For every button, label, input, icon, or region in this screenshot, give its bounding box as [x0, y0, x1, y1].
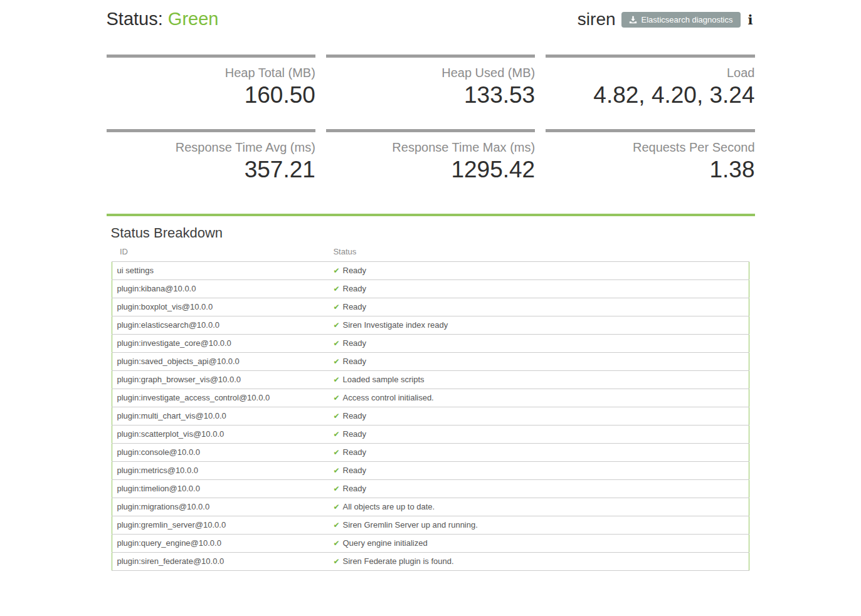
table-row: plugin:boxplot_vis@10.0.0 ✔Ready — [112, 298, 749, 316]
column-header-status: Status — [328, 245, 749, 262]
check-icon: ✔ — [333, 357, 339, 366]
table-row: plugin:scatterplot_vis@10.0.0 ✔Ready — [112, 425, 749, 443]
check-icon: ✔ — [333, 503, 339, 511]
page-title: Status: Green — [107, 9, 219, 29]
diagnostics-button-label: Elasticsearch diagnostics — [642, 16, 733, 24]
status-page: Status: Green siren Elasticsearch diagno… — [107, 0, 755, 571]
row-id: plugin:timelion@10.0.0 — [112, 479, 328, 498]
check-icon: ✔ — [333, 448, 339, 457]
metric-value: 133.53 — [326, 81, 535, 109]
table-row: plugin:kibana@10.0.0 ✔Ready — [112, 279, 749, 298]
check-icon: ✔ — [333, 412, 339, 420]
row-status: Ready — [343, 284, 367, 293]
column-header-id: ID — [112, 245, 328, 262]
metric-label: Response Time Avg (ms) — [107, 140, 315, 155]
table-row: plugin:graph_browser_vis@10.0.0 ✔Loaded … — [112, 370, 749, 389]
table-header-row: ID Status — [112, 245, 749, 262]
status-value: Green — [168, 9, 219, 29]
header-actions: siren Elasticsearch diagnostics i — [578, 11, 755, 29]
row-id: plugin:scatterplot_vis@10.0.0 — [112, 425, 328, 443]
section-divider — [107, 214, 755, 216]
row-status: Ready — [343, 411, 367, 420]
row-status: Siren Gremlin Server up and running. — [343, 520, 478, 530]
check-icon: ✔ — [333, 521, 339, 530]
table-row: plugin:elasticsearch@10.0.0 ✔Siren Inves… — [112, 316, 749, 334]
check-icon: ✔ — [333, 484, 339, 493]
table-row: plugin:timelion@10.0.0 ✔Ready — [112, 479, 749, 498]
row-status: Ready — [343, 338, 367, 348]
info-icon[interactable]: i — [746, 13, 755, 26]
row-id: plugin:metrics@10.0.0 — [112, 461, 328, 479]
row-id: plugin:elasticsearch@10.0.0 — [112, 316, 328, 334]
check-icon: ✔ — [333, 394, 339, 402]
table-row: ui settings ✔Ready — [112, 261, 749, 279]
check-icon: ✔ — [333, 430, 339, 439]
row-id: plugin:query_engine@10.0.0 — [112, 534, 328, 552]
metric-value: 1.38 — [546, 156, 754, 184]
metric-card: Heap Used (MB) 133.53 — [326, 55, 535, 109]
status-breakdown-section: Status Breakdown ID Status ui settings ✔… — [107, 225, 755, 571]
row-id: plugin:multi_chart_vis@10.0.0 — [112, 407, 328, 425]
status-table: ID Status ui settings ✔Ready plugin:kiba… — [112, 245, 749, 571]
row-status: Loaded sample scripts — [343, 375, 425, 384]
row-id: plugin:console@10.0.0 — [112, 443, 328, 461]
download-icon — [629, 16, 637, 24]
siren-logo: siren — [578, 11, 616, 28]
table-row: plugin:investigate_access_control@10.0.0… — [112, 389, 749, 407]
elasticsearch-diagnostics-button[interactable]: Elasticsearch diagnostics — [621, 12, 741, 28]
row-status: Ready — [343, 447, 367, 457]
check-icon: ✔ — [333, 539, 339, 548]
row-status: Ready — [343, 429, 367, 439]
table-row: plugin:investigate_core@10.0.0 ✔Ready — [112, 334, 749, 352]
row-id: plugin:investigate_core@10.0.0 — [112, 334, 328, 352]
metric-label: Load — [546, 65, 754, 81]
metric-card: Heap Total (MB) 160.50 — [107, 55, 315, 109]
metric-label: Requests Per Second — [546, 140, 754, 155]
metric-label: Heap Used (MB) — [326, 65, 535, 81]
metric-value: 1295.42 — [326, 156, 535, 184]
row-id: plugin:kibana@10.0.0 — [112, 279, 328, 298]
metric-card: Response Time Max (ms) 1295.42 — [326, 129, 535, 184]
row-status: Query engine initialized — [343, 538, 428, 548]
status-label: Status: — [107, 9, 163, 29]
metric-label: Heap Total (MB) — [107, 65, 315, 81]
metric-card: Load 4.82, 4.20, 3.24 — [546, 55, 754, 109]
metrics-grid: Heap Total (MB) 160.50 Heap Used (MB) 13… — [107, 55, 755, 184]
table-row: plugin:saved_objects_api@10.0.0 ✔Ready — [112, 352, 749, 370]
row-status: Ready — [343, 466, 367, 475]
row-id: plugin:investigate_access_control@10.0.0 — [112, 389, 328, 407]
row-id: ui settings — [112, 261, 328, 279]
row-id: plugin:siren_federate@10.0.0 — [112, 552, 328, 570]
row-id: plugin:saved_objects_api@10.0.0 — [112, 352, 328, 370]
table-row: plugin:multi_chart_vis@10.0.0 ✔Ready — [112, 407, 749, 425]
metric-card: Response Time Avg (ms) 357.21 — [107, 129, 315, 184]
row-id: plugin:gremlin_server@10.0.0 — [112, 516, 328, 534]
table-row: plugin:migrations@10.0.0 ✔All objects ar… — [112, 498, 749, 516]
check-icon: ✔ — [333, 557, 339, 566]
table-row: plugin:query_engine@10.0.0 ✔Query engine… — [112, 534, 749, 552]
row-id: plugin:migrations@10.0.0 — [112, 498, 328, 516]
table-row: plugin:console@10.0.0 ✔Ready — [112, 443, 749, 461]
row-status: Ready — [343, 357, 367, 366]
check-icon: ✔ — [333, 303, 339, 311]
status-table-body: ui settings ✔Ready plugin:kibana@10.0.0 … — [112, 261, 749, 570]
check-icon: ✔ — [333, 466, 339, 475]
metric-label: Response Time Max (ms) — [326, 140, 535, 155]
metric-value: 160.50 — [107, 81, 315, 109]
table-row: plugin:siren_federate@10.0.0 ✔Siren Fede… — [112, 552, 749, 570]
row-status: All objects are up to date. — [343, 502, 435, 511]
page-header: Status: Green siren Elasticsearch diagno… — [107, 9, 755, 29]
table-row: plugin:metrics@10.0.0 ✔Ready — [112, 461, 749, 479]
metric-value: 357.21 — [107, 156, 315, 184]
row-status: Ready — [343, 266, 367, 275]
check-icon: ✔ — [333, 339, 339, 348]
check-icon: ✔ — [333, 321, 339, 330]
check-icon: ✔ — [333, 266, 339, 275]
row-id: plugin:graph_browser_vis@10.0.0 — [112, 370, 328, 389]
row-id: plugin:boxplot_vis@10.0.0 — [112, 298, 328, 316]
metric-value: 4.82, 4.20, 3.24 — [546, 81, 754, 109]
metric-card: Requests Per Second 1.38 — [546, 129, 754, 184]
row-status: Ready — [343, 484, 367, 493]
table-row: plugin:gremlin_server@10.0.0 ✔Siren Grem… — [112, 516, 749, 534]
row-status: Access control initialised. — [343, 393, 434, 402]
